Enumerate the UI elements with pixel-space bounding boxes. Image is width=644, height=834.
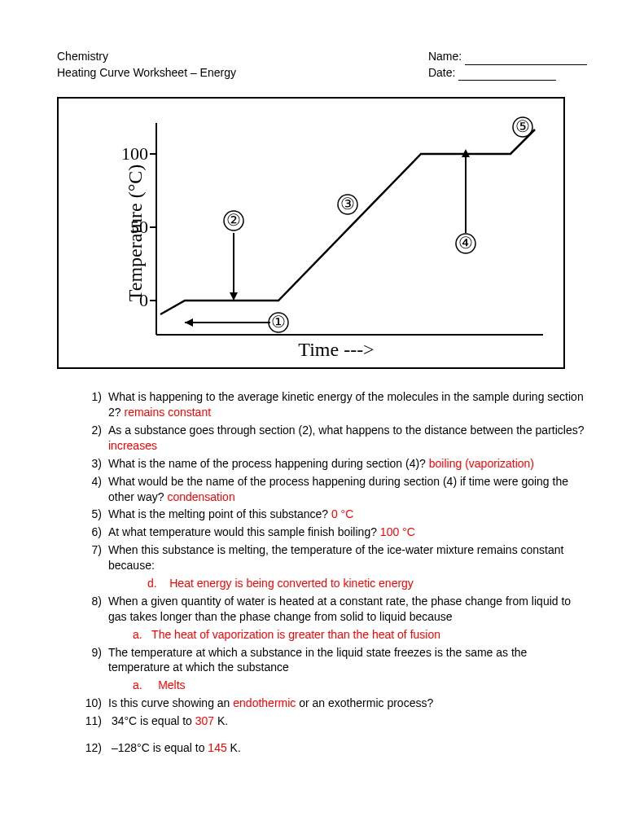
answer-8: The heat of vaporization is greater than… bbox=[151, 628, 440, 641]
answer-6: 100 °C bbox=[380, 525, 415, 538]
svg-marker-6 bbox=[185, 318, 193, 327]
answer-8-row: a. The heat of vaporization is greater t… bbox=[77, 627, 587, 643]
answer-3: boiling (vaporization) bbox=[429, 457, 534, 470]
question-4: 4) What would be the name of the process… bbox=[77, 474, 587, 505]
date-field: Date: bbox=[428, 65, 587, 81]
svg-marker-8 bbox=[230, 292, 238, 301]
segment-label-1: ① bbox=[269, 313, 287, 331]
question-9: 9) The temperature at which a substance … bbox=[77, 645, 587, 676]
answer-9: Melts bbox=[158, 678, 185, 691]
heating-curve-chart: Temperature (°C) Time ---> 100 50 0 ① ② … bbox=[57, 97, 565, 369]
answer-7: Heat energy is being converted to kineti… bbox=[169, 577, 414, 590]
chart-svg bbox=[59, 99, 563, 367]
question-11: 11) 34°C is equal to 307 K. bbox=[77, 713, 587, 729]
answer-9-row: a. Melts bbox=[77, 678, 587, 693]
subject-label: Chemistry bbox=[57, 49, 236, 65]
segment-label-2: ② bbox=[225, 211, 243, 229]
question-8: 8) When a given quantity of water is hea… bbox=[77, 594, 587, 625]
question-list: 1) What is happening to the average kine… bbox=[57, 389, 587, 756]
answer-2: increases bbox=[108, 439, 157, 452]
worksheet-header: Chemistry Heating Curve Worksheet – Ener… bbox=[57, 49, 587, 81]
answer-1: remains constant bbox=[124, 406, 211, 419]
name-field: Name: bbox=[428, 49, 587, 65]
question-2: 2) As a substance goes through section (… bbox=[77, 423, 587, 454]
question-10: 10) Is this curve showing an endothermic… bbox=[77, 696, 587, 711]
answer-7-row: d. Heat energy is being converted to kin… bbox=[77, 576, 587, 591]
question-12: 12) –128°C is equal to 145 K. bbox=[77, 740, 587, 756]
question-5: 5) What is the melting point of this sub… bbox=[77, 507, 587, 522]
answer-11: 307 bbox=[195, 714, 214, 727]
worksheet-title: Heating Curve Worksheet – Energy bbox=[57, 65, 236, 81]
question-7: 7) When this substance is melting, the t… bbox=[77, 542, 587, 573]
segment-label-4: ④ bbox=[457, 234, 475, 252]
answer-5: 0 °C bbox=[331, 507, 353, 520]
answer-4: condensation bbox=[167, 490, 234, 503]
segment-label-3: ③ bbox=[339, 195, 357, 213]
question-1: 1) What is happening to the average kine… bbox=[77, 389, 587, 420]
answer-12: 145 bbox=[208, 741, 226, 754]
date-blank[interactable] bbox=[458, 80, 556, 81]
answer-10: endothermic bbox=[233, 696, 296, 709]
question-6: 6) At what temperature would this sample… bbox=[77, 525, 587, 540]
question-3: 3) What is the name of the process happe… bbox=[77, 456, 587, 472]
segment-label-5: ⑤ bbox=[514, 117, 532, 135]
